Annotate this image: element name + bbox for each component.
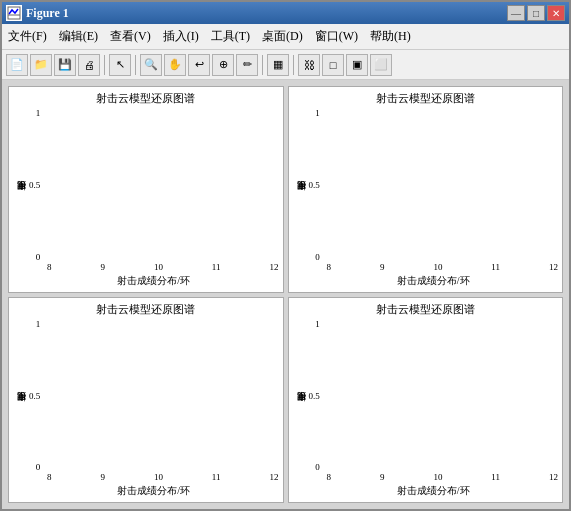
plot-1-title: 射击云模型还原图谱 (13, 91, 279, 106)
zoom-in-button[interactable]: 🔍 (140, 54, 162, 76)
plot-1-xtick-3: 10 (154, 262, 163, 272)
plot-4-x-label: 射击成绩分布/环 (309, 484, 559, 498)
menu-item-插入(I)[interactable]: 插入(I) (157, 26, 205, 47)
plot-4-y-label: 概率密度 (293, 319, 309, 499)
menu-item-编辑(E)[interactable]: 编辑(E) (53, 26, 104, 47)
minimize-button[interactable]: — (507, 5, 525, 21)
plot-1: 射击云模型还原图谱 概率密度 1 0.5 0 (8, 86, 284, 293)
plot-1-y-label: 概率密度 (13, 108, 29, 288)
plot-1-xtick-2: 9 (100, 262, 105, 272)
insert-colorbar-button[interactable]: ▦ (267, 54, 289, 76)
window-controls: — □ ✕ (507, 5, 565, 21)
plot-3-ytick-1: 1 (29, 319, 40, 329)
plot-4-ytick-1: 1 (309, 319, 320, 329)
plot-3-title: 射击云模型还原图谱 (13, 302, 279, 317)
plot-3-canvas (42, 319, 292, 473)
brush-button[interactable]: ✏ (236, 54, 258, 76)
plot-1-x-label: 射击成绩分布/环 (29, 274, 279, 288)
title-bar: Figure 1 — □ ✕ (2, 2, 569, 24)
window-title: Figure 1 (26, 6, 507, 21)
plot-1-xtick-4: 11 (212, 262, 221, 272)
menu-item-窗口(W)[interactable]: 窗口(W) (309, 26, 364, 47)
plot-2-ytick-1: 1 (309, 108, 320, 118)
plot-2-title: 射击云模型还原图谱 (293, 91, 559, 106)
cursor-button[interactable]: ↖ (109, 54, 131, 76)
save-button[interactable]: 💾 (54, 54, 76, 76)
separator-2 (135, 55, 136, 75)
plot-4: 射击云模型还原图谱 概率密度 1 0.5 0 (288, 297, 564, 504)
separator-4 (293, 55, 294, 75)
menu-bar: 文件(F)编辑(E)查看(V)插入(I)工具(T)桌面(D)窗口(W)帮助(H) (2, 24, 569, 50)
separator-3 (262, 55, 263, 75)
menu-item-工具(T)[interactable]: 工具(T) (205, 26, 256, 47)
plot-4-title: 射击云模型还原图谱 (293, 302, 559, 317)
new-figure-button[interactable]: ⬜ (370, 54, 392, 76)
plot-2: 射击云模型还原图谱 概率密度 1 0.5 0 (288, 86, 564, 293)
print-button[interactable]: 🖨 (78, 54, 100, 76)
open-button[interactable]: 📁 (30, 54, 52, 76)
link-axes-button[interactable]: ⛓ (298, 54, 320, 76)
plot-4-ytick-3: 0 (309, 462, 320, 472)
menu-item-文件(F)[interactable]: 文件(F) (2, 26, 53, 47)
plots-area: 射击云模型还原图谱 概率密度 1 0.5 0 (2, 80, 569, 509)
plot-3-ytick-2: 0.5 (29, 391, 40, 401)
new-button[interactable]: 📄 (6, 54, 28, 76)
menu-item-帮助(H)[interactable]: 帮助(H) (364, 26, 417, 47)
plot-3: 射击云模型还原图谱 概率密度 1 0.5 0 (8, 297, 284, 504)
plot-3-y-label: 概率密度 (13, 319, 29, 499)
show-plot-tools-button[interactable]: □ (322, 54, 344, 76)
toolbar: 📄 📁 💾 🖨 ↖ 🔍 ✋ ↩ ⊕ ✏ ▦ ⛓ □ ▣ ⬜ (2, 50, 569, 80)
pan-button[interactable]: ✋ (164, 54, 186, 76)
plot-1-ytick-3: 0 (29, 252, 40, 262)
plot-3-x-label: 射击成绩分布/环 (29, 484, 279, 498)
plot-3-ytick-3: 0 (29, 462, 40, 472)
maximize-button[interactable]: □ (527, 5, 545, 21)
plot-2-ytick-3: 0 (309, 252, 320, 262)
plot-4-canvas (322, 319, 571, 473)
close-button[interactable]: ✕ (547, 5, 565, 21)
menu-item-桌面(D)[interactable]: 桌面(D) (256, 26, 309, 47)
plot-1-xtick-1: 8 (47, 262, 52, 272)
plot-1-xtick-5: 12 (269, 262, 278, 272)
plot-1-canvas (42, 108, 292, 262)
plot-1-ytick-1: 1 (29, 108, 40, 118)
menu-item-查看(V)[interactable]: 查看(V) (104, 26, 157, 47)
rotate-button[interactable]: ↩ (188, 54, 210, 76)
plot-4-ytick-2: 0.5 (309, 391, 320, 401)
data-cursor-button[interactable]: ⊕ (212, 54, 234, 76)
hide-plot-tools-button[interactable]: ▣ (346, 54, 368, 76)
window-icon (6, 5, 22, 21)
separator-1 (104, 55, 105, 75)
plot-2-canvas (322, 108, 571, 262)
plot-2-ytick-2: 0.5 (309, 180, 320, 190)
main-window: Figure 1 — □ ✕ 文件(F)编辑(E)查看(V)插入(I)工具(T)… (0, 0, 571, 511)
plot-2-x-label: 射击成绩分布/环 (309, 274, 559, 288)
plot-1-ytick-2: 0.5 (29, 180, 40, 190)
plot-2-y-label: 概率密度 (293, 108, 309, 288)
